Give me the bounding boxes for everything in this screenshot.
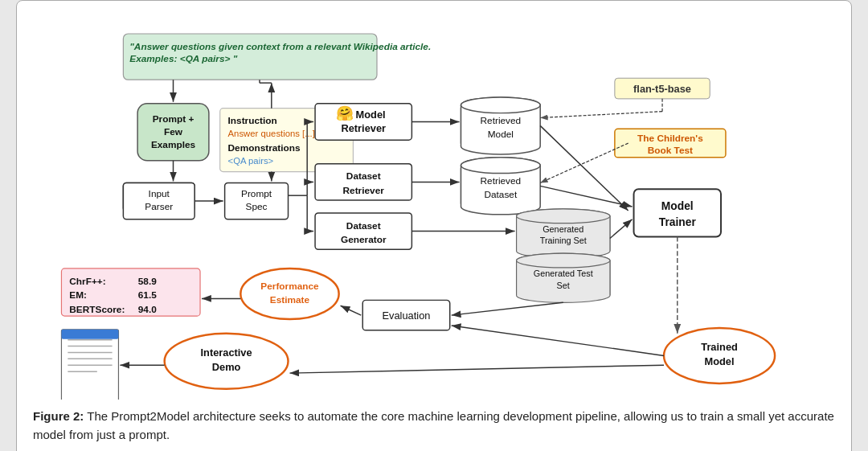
svg-text:Dataset: Dataset <box>346 220 381 232</box>
svg-text:Model: Model <box>705 355 735 367</box>
svg-text:58.9: 58.9 <box>138 276 157 287</box>
svg-text:"Answer questions given contex: "Answer questions given context from a r… <box>129 41 431 52</box>
diagram-area: "Answer questions given context from a r… <box>30 14 838 400</box>
svg-text:Few: Few <box>164 126 183 137</box>
svg-text:Retriever: Retriever <box>341 122 386 134</box>
svg-text:Retriever: Retriever <box>343 185 385 196</box>
caption-text: The Prompt2Model architecture seeks to a… <box>33 409 834 441</box>
svg-point-53 <box>461 97 541 113</box>
svg-text:Dataset: Dataset <box>346 170 381 182</box>
svg-text:Dataset: Dataset <box>484 189 517 200</box>
svg-text:61.5: 61.5 <box>138 289 157 301</box>
svg-text:flan-t5-base: flan-t5-base <box>633 83 691 95</box>
svg-text:Interactive: Interactive <box>201 346 252 359</box>
svg-point-73 <box>517 209 610 223</box>
svg-text:Demonstrations: Demonstrations <box>228 142 301 154</box>
svg-text:EM:: EM: <box>69 289 87 301</box>
svg-text:Book Test: Book Test <box>648 145 693 156</box>
svg-text:Trainer: Trainer <box>659 216 697 228</box>
svg-rect-127 <box>61 330 118 339</box>
svg-line-107 <box>452 302 563 315</box>
svg-text:Performance: Performance <box>260 281 319 292</box>
svg-text:Examples: Examples <box>151 139 196 150</box>
svg-text:Prompt: Prompt <box>241 188 272 199</box>
svg-text:BERTScore:: BERTScore: <box>69 304 125 315</box>
svg-text:ChrF++:: ChrF++: <box>69 276 105 287</box>
svg-text:<QA pairs>: <QA pairs> <box>228 156 274 166</box>
svg-text:Parser: Parser <box>145 201 173 212</box>
svg-text:Instruction: Instruction <box>228 115 277 126</box>
svg-text:Input: Input <box>149 188 170 199</box>
svg-text:Retrieved: Retrieved <box>481 115 522 126</box>
svg-text:Trained: Trained <box>701 342 738 354</box>
svg-line-106 <box>452 326 664 355</box>
svg-rect-86 <box>634 189 721 236</box>
svg-point-62 <box>461 158 541 174</box>
svg-text:Retrieved: Retrieved <box>481 175 522 187</box>
svg-text:Answer questions [...]: Answer questions [...] <box>228 129 315 138</box>
svg-point-82 <box>517 253 610 268</box>
figure-caption: Figure 2: The Prompt2Model architecture … <box>30 408 838 444</box>
svg-line-132 <box>289 365 664 373</box>
svg-text:Model: Model <box>488 129 514 140</box>
caption-label: Figure 2: <box>33 409 84 423</box>
svg-line-111 <box>341 305 362 315</box>
svg-text:Evaluation: Evaluation <box>383 310 431 322</box>
svg-text:🤗: 🤗 <box>336 105 354 122</box>
svg-text:Examples: <QA pairs> ": Examples: <QA pairs> " <box>129 53 237 64</box>
svg-text:94.0: 94.0 <box>138 304 157 315</box>
svg-text:Training Set: Training Set <box>540 236 587 245</box>
svg-text:Estimate: Estimate <box>270 294 310 305</box>
svg-text:Model: Model <box>356 109 386 121</box>
svg-text:Generator: Generator <box>341 234 387 245</box>
svg-text:Set: Set <box>557 281 570 290</box>
svg-text:Generated: Generated <box>542 224 583 234</box>
svg-text:Prompt +: Prompt + <box>153 113 194 125</box>
svg-text:Demo: Demo <box>212 361 241 373</box>
svg-line-99 <box>540 143 628 182</box>
svg-text:Spec: Spec <box>246 201 268 212</box>
svg-line-91 <box>610 219 633 239</box>
svg-text:Model: Model <box>661 200 694 212</box>
svg-line-95 <box>540 112 662 118</box>
svg-text:The Children's: The Children's <box>637 133 703 144</box>
svg-text:Generated Test: Generated Test <box>534 269 593 278</box>
svg-line-90 <box>540 186 632 207</box>
figure-container: "Answer questions given context from a r… <box>16 0 852 451</box>
